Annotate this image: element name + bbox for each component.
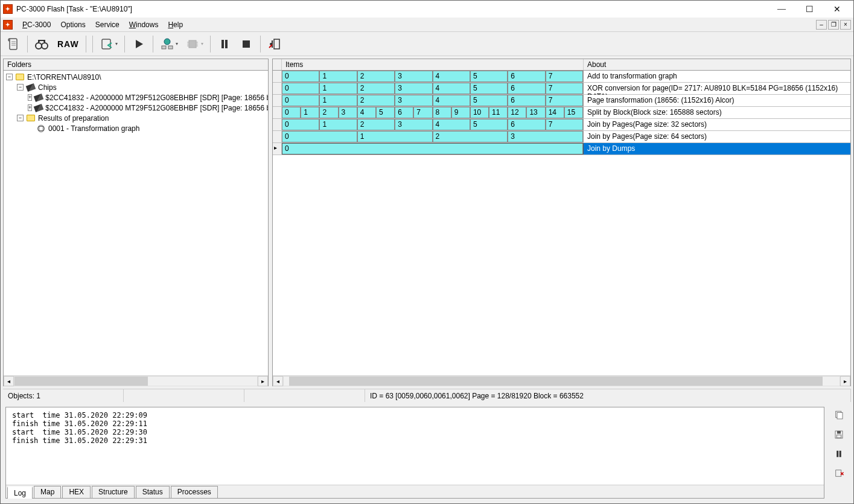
- item-cell[interactable]: 7: [546, 119, 583, 130]
- tree-toggle[interactable]: −: [17, 115, 24, 121]
- tab-hex[interactable]: HEX: [62, 486, 91, 498]
- about-cell[interactable]: Join by Pages(Page size: 64 sectors): [584, 131, 850, 142]
- row-handle[interactable]: [273, 107, 282, 118]
- binoculars-button[interactable]: [31, 34, 52, 54]
- tab-log[interactable]: Log: [7, 486, 33, 499]
- results-node-label[interactable]: Results of preparation: [38, 114, 109, 123]
- row-handle[interactable]: [273, 95, 282, 106]
- item-cell[interactable]: 8: [433, 107, 451, 118]
- item-cell[interactable]: 6: [395, 107, 413, 118]
- item-cell[interactable]: 5: [470, 83, 508, 94]
- item-cell[interactable]: 14: [546, 107, 564, 118]
- grid-row[interactable]: 0123456789101112131415Split by Block(Blo…: [273, 107, 850, 119]
- menu-windows[interactable]: Windows: [124, 19, 164, 30]
- item-cell[interactable]: 6: [508, 95, 545, 106]
- clear-log-button[interactable]: [830, 466, 847, 480]
- tab-processes[interactable]: Processes: [171, 486, 218, 498]
- about-cell[interactable]: Split by Block(Block size: 165888 sector…: [584, 107, 850, 118]
- item-cell[interactable]: 3: [395, 119, 432, 130]
- about-cell[interactable]: XOR conversion for page(ID= 2717: AU8910…: [584, 83, 850, 94]
- item-cell[interactable]: 1: [319, 83, 357, 94]
- tree-toggle[interactable]: +: [28, 94, 32, 101]
- item-cell[interactable]: 12: [508, 107, 526, 118]
- menu-options[interactable]: Options: [56, 19, 90, 30]
- item-cell[interactable]: 0: [282, 95, 319, 106]
- item-cell[interactable]: 7: [546, 95, 583, 106]
- item-cell[interactable]: 4: [433, 71, 470, 82]
- item-cell[interactable]: 1: [357, 131, 433, 142]
- row-handle[interactable]: [273, 83, 282, 94]
- grid-row[interactable]: 0123Join by Pages(Page size: 64 sectors): [273, 131, 850, 143]
- scroll-right-arrow-icon[interactable]: ▸: [258, 376, 268, 386]
- result-item-label[interactable]: 0001 - Transformation graph: [48, 124, 139, 133]
- item-cell[interactable]: 2: [357, 95, 395, 106]
- menu-pc3000[interactable]: PC-3000: [18, 19, 56, 30]
- mdi-minimize-button[interactable]: –: [816, 20, 827, 30]
- grid-body[interactable]: 01234567Add to transformation graph01234…: [273, 71, 850, 375]
- chips-node-label[interactable]: Chips: [38, 83, 57, 92]
- item-cell[interactable]: 3: [395, 83, 432, 94]
- item-cell[interactable]: 9: [451, 107, 470, 118]
- tree-toggle[interactable]: +: [28, 104, 32, 111]
- row-handle[interactable]: [273, 119, 282, 130]
- item-cell[interactable]: 7: [546, 71, 583, 82]
- row-handle[interactable]: [273, 131, 282, 142]
- play-button[interactable]: [129, 34, 149, 54]
- grid-header-items[interactable]: Items: [282, 59, 584, 70]
- item-cell[interactable]: 5: [470, 119, 508, 130]
- folders-tree[interactable]: − E:\TORRENT\AU8910\ − Chips + $2CC41832…: [4, 71, 268, 375]
- about-cell[interactable]: Join by Pages(Page size: 32 sectors): [584, 119, 850, 130]
- item-cell[interactable]: 6: [508, 71, 545, 82]
- h-scrollbar[interactable]: ◂ ▸: [4, 375, 268, 386]
- scroll-right-arrow-icon[interactable]: ▸: [840, 376, 850, 386]
- item-cell[interactable]: 3: [395, 71, 432, 82]
- tree-root-label[interactable]: E:\TORRENT\AU8910\: [27, 73, 101, 81]
- item-cell[interactable]: 7: [546, 83, 583, 94]
- item-cell[interactable]: 5: [470, 71, 508, 82]
- tab-map[interactable]: Map: [34, 486, 61, 498]
- item-cell[interactable]: 1: [319, 95, 357, 106]
- item-cell[interactable]: 3: [395, 95, 432, 106]
- item-cell[interactable]: 4: [433, 95, 470, 106]
- stop-button[interactable]: [236, 34, 257, 54]
- row-handle[interactable]: [273, 71, 282, 82]
- mdi-restore-button[interactable]: ❐: [828, 20, 839, 30]
- grid-row[interactable]: 01234567Add to transformation graph: [273, 71, 850, 83]
- item-cell[interactable]: 0: [282, 119, 319, 130]
- grid-row[interactable]: 0Join by Dumps: [273, 143, 850, 155]
- item-cell[interactable]: 15: [564, 107, 583, 118]
- about-cell[interactable]: Join by Dumps: [584, 143, 850, 155]
- item-cell[interactable]: 0: [282, 143, 583, 155]
- item-cell[interactable]: 0: [282, 131, 357, 142]
- chip-item-label[interactable]: $2CC41832 - A2000000 MT29F512G08EBHBF [S…: [45, 94, 268, 102]
- item-cell[interactable]: 10: [470, 107, 489, 118]
- tab-status[interactable]: Status: [136, 486, 170, 498]
- close-button[interactable]: ✕: [823, 1, 851, 18]
- grid-row[interactable]: 01234567XOR conversion for page(ID= 2717…: [273, 83, 850, 95]
- item-cell[interactable]: 0: [282, 71, 319, 82]
- exit-button[interactable]: [264, 34, 285, 54]
- item-cell[interactable]: 6: [508, 83, 545, 94]
- tab-structure[interactable]: Structure: [92, 486, 135, 498]
- item-cell[interactable]: 2: [357, 83, 395, 94]
- minimize-button[interactable]: —: [768, 1, 795, 18]
- item-cell[interactable]: 13: [526, 107, 545, 118]
- about-cell[interactable]: Add to transformation graph: [584, 71, 850, 82]
- item-cell[interactable]: 4: [433, 119, 470, 130]
- mdi-close-button[interactable]: ×: [840, 20, 851, 30]
- log-text[interactable]: start time 31.05.2020 22:29:09 finish ti…: [6, 407, 824, 485]
- network-button[interactable]: ▾: [157, 34, 181, 54]
- menu-help[interactable]: Help: [163, 19, 188, 30]
- item-cell[interactable]: 0: [282, 83, 319, 94]
- about-cell[interactable]: Page transformation (18656: (1152x16) Al…: [584, 95, 850, 106]
- menu-service[interactable]: Service: [91, 19, 124, 30]
- grid-header-about[interactable]: About: [584, 59, 850, 70]
- item-cell[interactable]: 2: [319, 107, 338, 118]
- chip-item-label[interactable]: $2CC41832 - A2000000 MT29F512G08EBHBF [S…: [45, 104, 268, 112]
- item-cell[interactable]: 1: [319, 71, 357, 82]
- grid-row[interactable]: 01234567Page transformation (18656: (115…: [273, 95, 850, 107]
- save-log-button[interactable]: [830, 427, 847, 442]
- row-handle[interactable]: [273, 143, 282, 155]
- item-cell[interactable]: 3: [339, 107, 357, 118]
- pause-log-button[interactable]: [830, 447, 847, 461]
